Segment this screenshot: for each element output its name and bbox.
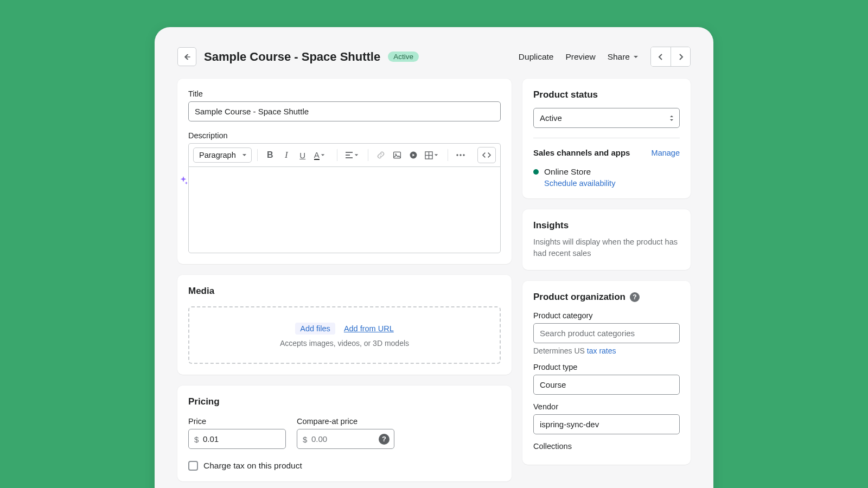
- more-button[interactable]: [454, 148, 468, 162]
- toolbar-separator: [368, 149, 368, 161]
- caret-down-icon: [434, 153, 438, 157]
- video-button[interactable]: [406, 148, 420, 162]
- link-icon: [376, 151, 385, 159]
- description-editor[interactable]: [188, 166, 501, 253]
- pricing-card: Pricing Price $ Compare-at price: [177, 386, 512, 481]
- media-heading: Media: [188, 286, 501, 297]
- product-type-input[interactable]: [533, 375, 680, 395]
- paragraph-style-dropdown[interactable]: Paragraph: [193, 147, 252, 163]
- sparkle-icon: [178, 176, 188, 185]
- channel-name: Online Store: [544, 167, 591, 177]
- vendor-input[interactable]: [533, 414, 680, 434]
- share-label: Share: [608, 52, 630, 62]
- page-title: Sample Course - Space Shuttle: [204, 50, 380, 64]
- bold-button[interactable]: B: [263, 148, 277, 162]
- title-input[interactable]: [188, 101, 501, 121]
- charge-tax-label: Charge tax on this product: [203, 461, 302, 471]
- italic-button[interactable]: I: [279, 148, 293, 162]
- manage-channels-link[interactable]: Manage: [652, 149, 680, 157]
- product-type-label: Product type: [533, 363, 680, 371]
- add-from-url-link[interactable]: Add from URL: [344, 324, 394, 333]
- table-icon: [425, 151, 433, 159]
- svg-point-10: [456, 154, 458, 156]
- pricing-heading: Pricing: [188, 396, 501, 407]
- insights-body: Insights will display when the product h…: [533, 236, 680, 259]
- title-label: Title: [188, 89, 501, 98]
- chevron-left-icon: [658, 53, 664, 61]
- chevron-right-icon: [678, 53, 684, 61]
- svg-point-11: [459, 154, 461, 156]
- align-button[interactable]: [343, 148, 362, 162]
- channels-heading: Sales channels and apps: [533, 148, 630, 157]
- next-button[interactable]: [671, 47, 690, 66]
- channel-status-dot-icon: [533, 169, 539, 175]
- insights-card: Insights Insights will display when the …: [522, 209, 691, 270]
- code-icon: [482, 151, 492, 159]
- organization-heading: Product organization: [533, 292, 626, 303]
- product-status-card: Product status Sales channels and apps M…: [522, 79, 691, 198]
- media-hint: Accepts images, videos, or 3D models: [195, 339, 494, 348]
- tax-help-prefix: Determines US: [533, 346, 587, 355]
- product-organization-card: Product organization ? Product category …: [522, 281, 691, 465]
- ellipsis-icon: [456, 153, 465, 157]
- category-label: Product category: [533, 311, 680, 320]
- toolbar-separator: [257, 149, 258, 161]
- price-input[interactable]: [188, 429, 286, 449]
- toolbar-separator: [448, 149, 448, 161]
- image-icon: [393, 151, 401, 159]
- duplicate-button[interactable]: Duplicate: [519, 52, 554, 62]
- product-editor-window: Sample Course - Space Shuttle Active Dup…: [155, 27, 713, 488]
- price-label: Price: [188, 417, 286, 426]
- description-label: Description: [188, 131, 501, 140]
- prev-next-nav: [650, 47, 691, 67]
- caret-down-icon: [633, 54, 639, 60]
- media-card: Media Add files Add from URL Accepts ima…: [177, 275, 512, 375]
- text-color-button[interactable]: A: [312, 148, 331, 162]
- collections-label: Collections: [533, 442, 680, 451]
- compare-price-help-icon[interactable]: ?: [379, 434, 390, 445]
- caret-down-icon: [321, 153, 325, 157]
- back-button[interactable]: [177, 47, 196, 66]
- page-header: Sample Course - Space Shuttle Active Dup…: [177, 47, 691, 67]
- divider: [533, 138, 680, 138]
- svg-rect-4: [393, 152, 400, 158]
- underline-button[interactable]: U: [296, 148, 310, 162]
- insights-heading: Insights: [533, 220, 680, 231]
- currency-symbol: $: [194, 434, 199, 444]
- title-description-card: Title Description Paragraph B I U A: [177, 79, 512, 264]
- svg-point-12: [463, 154, 464, 156]
- organization-info-icon[interactable]: ?: [630, 292, 640, 302]
- table-button[interactable]: [423, 148, 442, 162]
- code-view-button[interactable]: [477, 147, 496, 163]
- charge-tax-checkbox[interactable]: [188, 461, 198, 471]
- status-heading: Product status: [533, 89, 680, 100]
- category-input[interactable]: [533, 323, 680, 343]
- link-button[interactable]: [374, 148, 388, 162]
- status-badge: Active: [388, 52, 419, 62]
- schedule-availability-link[interactable]: Schedule availability: [544, 179, 680, 188]
- share-dropdown[interactable]: Share: [608, 52, 639, 62]
- preview-button[interactable]: Preview: [565, 52, 595, 62]
- caret-down-icon: [354, 153, 359, 157]
- currency-symbol: $: [303, 434, 307, 444]
- select-caret-icon: [669, 114, 674, 122]
- style-dropdown-label: Paragraph: [199, 151, 236, 159]
- rte-toolbar: Paragraph B I U A: [188, 143, 501, 166]
- prev-button[interactable]: [651, 47, 671, 66]
- media-dropzone[interactable]: Add files Add from URL Accepts images, v…: [188, 306, 501, 364]
- play-circle-icon: [409, 151, 418, 159]
- align-left-icon: [345, 151, 353, 159]
- toolbar-separator: [337, 149, 337, 161]
- vendor-label: Vendor: [533, 402, 680, 411]
- tax-rates-link[interactable]: tax rates: [587, 346, 616, 355]
- image-button[interactable]: [390, 148, 404, 162]
- caret-down-icon: [242, 153, 247, 158]
- status-select[interactable]: [533, 108, 680, 128]
- compare-price-label: Compare-at price: [297, 417, 394, 426]
- add-files-button[interactable]: Add files: [295, 323, 335, 335]
